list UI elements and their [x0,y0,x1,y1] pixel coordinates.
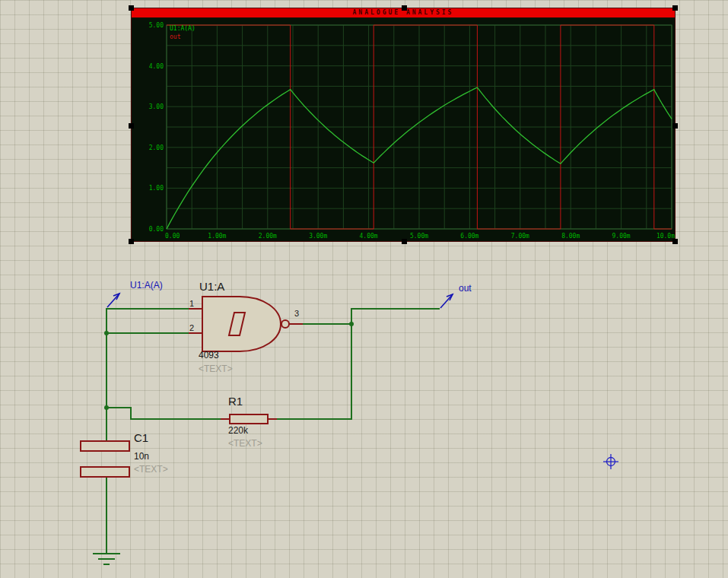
wire[interactable] [106,408,221,419]
input-probe-label[interactable]: U1:A(A) [130,281,163,291]
wire[interactable] [106,309,189,441]
nand-inversion-bubble[interactable] [281,320,289,328]
capacitor-text-placeholder[interactable]: <TEXT> [134,465,168,475]
resistor-body[interactable] [230,414,268,424]
capacitor-refdes-label[interactable]: C1 [134,432,148,445]
gate-pin1-number: 1 [189,299,194,308]
origin-marker-icon [603,454,618,469]
schematic-layer [0,0,728,578]
capacitor-plate[interactable] [81,467,129,477]
proteus-schematic-canvas[interactable]: { "window": { "title": "ANALOGUE ANALYSI… [0,0,728,578]
wire[interactable] [277,309,440,419]
output-probe-icon[interactable] [440,294,453,308]
input-probe-icon[interactable] [107,294,119,307]
junction-dot [349,322,354,326]
capacitor-value-label[interactable]: 10n [134,452,149,462]
gate-pin2-number: 2 [189,323,194,332]
gate-refdes-label[interactable]: U1:A [199,281,224,294]
gate-pin3-number: 3 [294,309,299,318]
gate-device-label[interactable]: 4093 [199,351,219,360]
output-probe-label[interactable]: out [459,284,472,294]
capacitor-plate[interactable] [81,441,129,451]
junction-dot [104,331,109,335]
resistor-value-label[interactable]: 220k [228,426,248,436]
junction-dot [104,405,109,410]
resistor-refdes-label[interactable]: R1 [228,395,243,408]
gate-text-placeholder[interactable]: <TEXT> [199,364,233,374]
resistor-text-placeholder[interactable]: <TEXT> [228,439,262,449]
